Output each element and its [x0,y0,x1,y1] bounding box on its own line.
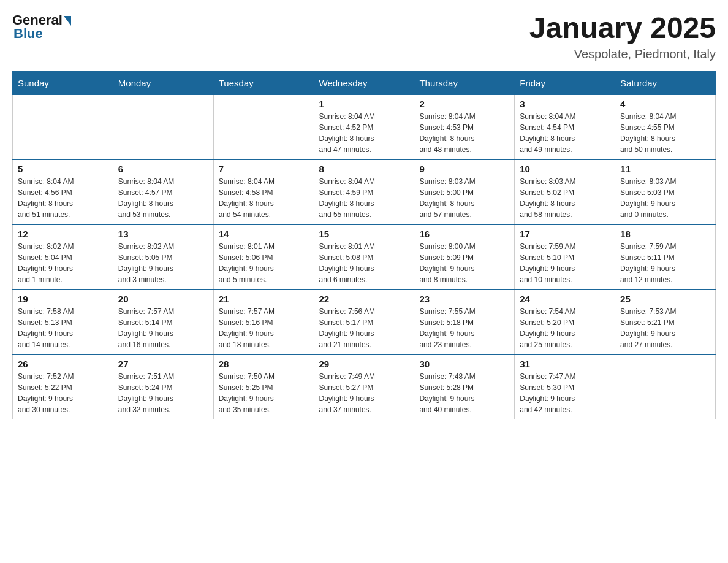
calendar-day-cell: 19Sunrise: 7:58 AM Sunset: 5:13 PM Dayli… [13,289,113,354]
day-of-week-header: Wednesday [314,71,414,94]
calendar-day-cell: 23Sunrise: 7:55 AM Sunset: 5:18 PM Dayli… [414,289,515,354]
calendar-day-cell: 16Sunrise: 8:00 AM Sunset: 5:09 PM Dayli… [414,224,515,289]
calendar-day-cell [113,94,213,159]
day-info: Sunrise: 8:04 AM Sunset: 4:56 PM Dayligh… [18,176,108,220]
calendar-header-row: SundayMondayTuesdayWednesdayThursdayFrid… [13,71,716,94]
day-info: Sunrise: 7:59 AM Sunset: 5:11 PM Dayligh… [620,241,710,285]
day-number: 17 [520,229,610,239]
title-section: January 2025 Vespolate, Piedmont, Italy [529,12,716,61]
day-info: Sunrise: 8:03 AM Sunset: 5:03 PM Dayligh… [620,176,710,220]
day-number: 27 [118,359,208,369]
day-number: 31 [520,359,610,369]
day-of-week-header: Friday [515,71,615,94]
day-info: Sunrise: 8:04 AM Sunset: 4:58 PM Dayligh… [219,176,309,220]
calendar-day-cell: 26Sunrise: 7:52 AM Sunset: 5:22 PM Dayli… [13,354,113,419]
day-number: 23 [419,294,509,304]
calendar-day-cell: 14Sunrise: 8:01 AM Sunset: 5:06 PM Dayli… [213,224,314,289]
page-header: General Blue January 2025 Vespolate, Pie… [12,12,716,61]
calendar-day-cell: 25Sunrise: 7:53 AM Sunset: 5:21 PM Dayli… [615,289,716,354]
calendar-week-row: 12Sunrise: 8:02 AM Sunset: 5:04 PM Dayli… [13,224,716,289]
day-number: 11 [620,164,710,174]
day-info: Sunrise: 8:00 AM Sunset: 5:09 PM Dayligh… [419,241,509,285]
calendar-day-cell: 29Sunrise: 7:49 AM Sunset: 5:27 PM Dayli… [314,354,414,419]
day-info: Sunrise: 7:50 AM Sunset: 5:25 PM Dayligh… [219,371,309,415]
day-number: 26 [18,359,108,369]
day-number: 21 [219,294,309,304]
calendar-week-row: 1Sunrise: 8:04 AM Sunset: 4:52 PM Daylig… [13,94,716,159]
day-info: Sunrise: 8:04 AM Sunset: 4:59 PM Dayligh… [319,176,409,220]
calendar-day-cell: 15Sunrise: 8:01 AM Sunset: 5:08 PM Dayli… [314,224,414,289]
day-number: 3 [520,99,610,109]
day-info: Sunrise: 7:57 AM Sunset: 5:14 PM Dayligh… [118,306,208,350]
day-info: Sunrise: 8:04 AM Sunset: 4:52 PM Dayligh… [319,111,409,155]
day-info: Sunrise: 7:52 AM Sunset: 5:22 PM Dayligh… [18,371,108,415]
calendar-day-cell: 30Sunrise: 7:48 AM Sunset: 5:28 PM Dayli… [414,354,515,419]
calendar-day-cell: 21Sunrise: 7:57 AM Sunset: 5:16 PM Dayli… [213,289,314,354]
calendar-day-cell: 24Sunrise: 7:54 AM Sunset: 5:20 PM Dayli… [515,289,615,354]
calendar-table: SundayMondayTuesdayWednesdayThursdayFrid… [12,71,716,419]
day-number: 13 [118,229,208,239]
day-number: 22 [319,294,409,304]
day-number: 10 [520,164,610,174]
day-number: 9 [419,164,509,174]
calendar-week-row: 19Sunrise: 7:58 AM Sunset: 5:13 PM Dayli… [13,289,716,354]
logo-blue-text: Blue [13,26,71,42]
day-number: 1 [319,99,409,109]
day-number: 18 [620,229,710,239]
calendar-day-cell: 13Sunrise: 8:02 AM Sunset: 5:05 PM Dayli… [113,224,213,289]
calendar-day-cell: 27Sunrise: 7:51 AM Sunset: 5:24 PM Dayli… [113,354,213,419]
day-info: Sunrise: 7:47 AM Sunset: 5:30 PM Dayligh… [520,371,610,415]
day-number: 2 [419,99,509,109]
calendar-day-cell: 22Sunrise: 7:56 AM Sunset: 5:17 PM Dayli… [314,289,414,354]
calendar-week-row: 5Sunrise: 8:04 AM Sunset: 4:56 PM Daylig… [13,159,716,224]
calendar-day-cell: 1Sunrise: 8:04 AM Sunset: 4:52 PM Daylig… [314,94,414,159]
day-info: Sunrise: 8:04 AM Sunset: 4:57 PM Dayligh… [118,176,208,220]
day-info: Sunrise: 7:55 AM Sunset: 5:18 PM Dayligh… [419,306,509,350]
day-info: Sunrise: 8:02 AM Sunset: 5:05 PM Dayligh… [118,241,208,285]
day-info: Sunrise: 7:56 AM Sunset: 5:17 PM Dayligh… [319,306,409,350]
day-info: Sunrise: 7:48 AM Sunset: 5:28 PM Dayligh… [419,371,509,415]
calendar-day-cell: 10Sunrise: 8:03 AM Sunset: 5:02 PM Dayli… [515,159,615,224]
day-info: Sunrise: 8:03 AM Sunset: 5:00 PM Dayligh… [419,176,509,220]
day-of-week-header: Thursday [414,71,515,94]
calendar-day-cell: 17Sunrise: 7:59 AM Sunset: 5:10 PM Dayli… [515,224,615,289]
day-number: 28 [219,359,309,369]
day-info: Sunrise: 7:49 AM Sunset: 5:27 PM Dayligh… [319,371,409,415]
day-number: 15 [319,229,409,239]
calendar-day-cell [615,354,716,419]
day-number: 30 [419,359,509,369]
day-number: 16 [419,229,509,239]
day-of-week-header: Sunday [13,71,113,94]
calendar-day-cell: 4Sunrise: 8:04 AM Sunset: 4:55 PM Daylig… [615,94,716,159]
day-info: Sunrise: 7:54 AM Sunset: 5:20 PM Dayligh… [520,306,610,350]
calendar-day-cell: 31Sunrise: 7:47 AM Sunset: 5:30 PM Dayli… [515,354,615,419]
day-number: 12 [18,229,108,239]
logo: General Blue [12,12,71,42]
day-info: Sunrise: 7:53 AM Sunset: 5:21 PM Dayligh… [620,306,710,350]
day-info: Sunrise: 8:01 AM Sunset: 5:08 PM Dayligh… [319,241,409,285]
day-number: 25 [620,294,710,304]
day-number: 4 [620,99,710,109]
calendar-day-cell: 11Sunrise: 8:03 AM Sunset: 5:03 PM Dayli… [615,159,716,224]
calendar-day-cell: 18Sunrise: 7:59 AM Sunset: 5:11 PM Dayli… [615,224,716,289]
calendar-subtitle: Vespolate, Piedmont, Italy [529,47,716,61]
calendar-day-cell: 9Sunrise: 8:03 AM Sunset: 5:00 PM Daylig… [414,159,515,224]
calendar-day-cell: 5Sunrise: 8:04 AM Sunset: 4:56 PM Daylig… [13,159,113,224]
calendar-day-cell: 6Sunrise: 8:04 AM Sunset: 4:57 PM Daylig… [113,159,213,224]
day-info: Sunrise: 8:04 AM Sunset: 4:54 PM Dayligh… [520,111,610,155]
day-number: 24 [520,294,610,304]
logo-arrow-icon [64,16,71,26]
day-info: Sunrise: 7:58 AM Sunset: 5:13 PM Dayligh… [18,306,108,350]
day-number: 6 [118,164,208,174]
day-number: 14 [219,229,309,239]
day-number: 20 [118,294,208,304]
calendar-day-cell: 3Sunrise: 8:04 AM Sunset: 4:54 PM Daylig… [515,94,615,159]
calendar-week-row: 26Sunrise: 7:52 AM Sunset: 5:22 PM Dayli… [13,354,716,419]
day-of-week-header: Tuesday [213,71,314,94]
calendar-day-cell: 7Sunrise: 8:04 AM Sunset: 4:58 PM Daylig… [213,159,314,224]
day-info: Sunrise: 8:02 AM Sunset: 5:04 PM Dayligh… [18,241,108,285]
day-info: Sunrise: 7:57 AM Sunset: 5:16 PM Dayligh… [219,306,309,350]
day-info: Sunrise: 7:51 AM Sunset: 5:24 PM Dayligh… [118,371,208,415]
calendar-day-cell: 2Sunrise: 8:04 AM Sunset: 4:53 PM Daylig… [414,94,515,159]
calendar-day-cell: 20Sunrise: 7:57 AM Sunset: 5:14 PM Dayli… [113,289,213,354]
